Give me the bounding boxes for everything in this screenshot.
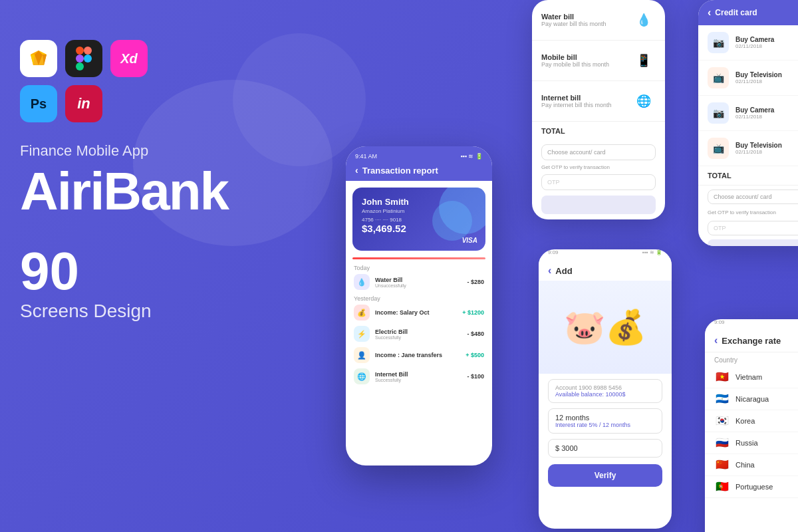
credit-name-2: Buy Camera bbox=[735, 106, 798, 114]
card-widget: John Smith Amazon Platinium 4756 ···· ··… bbox=[352, 188, 485, 251]
account-field-label: Account 1900 8988 5456 bbox=[555, 384, 655, 391]
tx-icon-0: 💧 bbox=[354, 274, 370, 290]
bill-item-water: Water bill Pay water bill this month 💧 bbox=[532, 0, 665, 41]
phone1-nav: ‹ Transaction report bbox=[355, 165, 483, 176]
add-illustration: 🐷💰 bbox=[539, 281, 672, 374]
back-chevron: ‹ bbox=[355, 165, 358, 176]
credit-icon-2: 📷 bbox=[708, 102, 729, 124]
tx-icon-1: 💰 bbox=[354, 305, 370, 321]
svg-rect-7 bbox=[84, 47, 92, 55]
left-panel: Xd Ps in Finance Mobile App AiriBank 90 … bbox=[20, 40, 339, 322]
tx-amount-4: - $100 bbox=[467, 373, 484, 380]
country-vietnam[interactable]: 🇻🇳 Vietnam bbox=[705, 366, 798, 388]
yesterday-label: Yesterday bbox=[354, 295, 484, 302]
china-name: China bbox=[735, 461, 755, 469]
verify-button[interactable]: Verify bbox=[548, 464, 662, 487]
phone1-time: 9:41 AM bbox=[355, 153, 377, 160]
country-china[interactable]: 🇨🇳 China bbox=[705, 454, 798, 476]
tx-name-4: Internet Bill bbox=[375, 371, 462, 378]
country-section-label: Country bbox=[705, 352, 798, 366]
exchange-status-bar: 9:09 ▪▪▪ ≋ 🔋 bbox=[705, 319, 798, 328]
credit-item-0: 📷 Buy Camera 02/11/2018 bbox=[698, 25, 798, 61]
bill-item-mobile: Mobile bill Pay mobile bill this month 📱 bbox=[532, 41, 665, 81]
tx-icon-3: 👤 bbox=[354, 347, 370, 363]
add-status-bar: 9:09 ▪▪▪ ≋ 🔋 bbox=[539, 249, 672, 258]
svg-point-9 bbox=[84, 55, 92, 63]
transaction-phone: 9:41 AM ▪▪▪ ≋ 🔋 ‹ Transaction report Joh… bbox=[346, 146, 492, 466]
country-portuguese[interactable]: 🇵🇹 Portuguese bbox=[705, 476, 798, 498]
transaction-item-2: ⚡ Electric Bill Successfully - $480 bbox=[354, 326, 484, 342]
credit-date-1: 02/11/2018 bbox=[735, 78, 798, 84]
transaction-item-0: 💧 Water Bill Unsuccessfully - $280 bbox=[354, 274, 484, 290]
exchange-header: ‹ Exchange rate bbox=[705, 328, 798, 352]
credit-card-phone: ‹ Credit card 📷 Buy Camera 02/11/2018 📺 … bbox=[698, 0, 798, 246]
credit-back-icon: ‹ bbox=[708, 7, 711, 19]
card-brand: VISA bbox=[462, 237, 477, 244]
tx-amount-1: + $1200 bbox=[462, 309, 484, 316]
credit-item-1: 📺 Buy Television 02/11/2018 bbox=[698, 61, 798, 96]
svg-rect-8 bbox=[76, 55, 84, 63]
card-type: Amazon Platinium bbox=[362, 208, 476, 214]
tx-info-0: Water Bill Unsuccessfully bbox=[375, 277, 462, 288]
credit-account-select[interactable]: Choose account/ card bbox=[708, 190, 798, 204]
credit-date-2: 02/11/2018 bbox=[735, 114, 798, 120]
vietnam-name: Vietnam bbox=[735, 373, 762, 381]
bill-info-mobile: Mobile bill Pay mobile bill this month bbox=[541, 53, 625, 68]
otp-input[interactable]: OTP bbox=[541, 174, 656, 190]
app-title: AiriBank bbox=[20, 165, 339, 218]
portuguese-name: Portuguese bbox=[735, 483, 773, 491]
add-title: Add bbox=[555, 266, 572, 276]
bill-info-water: Water bill Pay water bill this month bbox=[541, 13, 625, 27]
sketch-icon bbox=[20, 40, 57, 77]
russia-flag: 🇷🇺 bbox=[714, 438, 730, 448]
svg-rect-6 bbox=[76, 47, 84, 55]
china-flag: 🇨🇳 bbox=[714, 460, 730, 470]
add-savings-phone: 9:09 ▪▪▪ ≋ 🔋 ‹ Add 🐷💰 Account 1900 8988 … bbox=[539, 249, 672, 529]
exchange-title: Exchange rate bbox=[722, 336, 781, 346]
duration-value: 12 months bbox=[555, 414, 655, 422]
bill-desc-mobile: Pay mobile bill this month bbox=[541, 61, 625, 68]
phone1-status-bar: 9:41 AM ▪▪▪ ≋ 🔋 bbox=[355, 153, 483, 160]
nicaragua-flag: 🇳🇮 bbox=[714, 394, 730, 404]
transaction-item-3: 👤 Income : Jane transfers + $500 bbox=[354, 347, 484, 363]
tx-status-0: Unsuccessfully bbox=[375, 283, 462, 288]
amount-field: $ 3000 bbox=[548, 439, 662, 458]
mobile-bill-icon: 📱 bbox=[632, 49, 656, 72]
add-header: ‹ Add bbox=[539, 258, 672, 281]
country-korea[interactable]: 🇰🇷 Korea bbox=[705, 410, 798, 432]
tx-amount-0: - $280 bbox=[467, 279, 484, 285]
pay-button[interactable] bbox=[541, 196, 656, 214]
phone1-signal: ▪▪▪ ≋ 🔋 bbox=[460, 153, 483, 160]
credit-title: Credit card bbox=[715, 8, 757, 17]
credit-pay-button[interactable] bbox=[708, 239, 798, 246]
tx-info-1: Income: Salary Oct bbox=[375, 309, 457, 316]
internet-bill-icon: 🌐 bbox=[632, 89, 656, 113]
country-russia[interactable]: 🇷🇺 Russia bbox=[705, 432, 798, 454]
credit-item-2: 📷 Buy Camera 02/11/2018 bbox=[698, 96, 798, 131]
transactions-list: Today 💧 Water Bill Unsuccessfully - $280… bbox=[346, 259, 492, 395]
bill-info-internet: Internet bill Pay internet bill this mon… bbox=[541, 94, 625, 108]
tool-row-1: Xd bbox=[20, 40, 339, 77]
invision-icon: in bbox=[65, 85, 102, 122]
credit-info-3: Buy Television 02/11/2018 bbox=[735, 142, 798, 155]
portuguese-flag: 🇵🇹 bbox=[714, 481, 730, 492]
credit-item-3: 📺 Buy Television 02/11/2018 bbox=[698, 131, 798, 166]
credit-otp-input[interactable]: OTP bbox=[708, 221, 798, 235]
tool-row-2: Ps in bbox=[20, 85, 339, 122]
credit-otp-note: Get OTP to verify transaction bbox=[698, 208, 798, 217]
transaction-item-1: 💰 Income: Salary Oct + $1200 bbox=[354, 305, 484, 321]
vietnam-flag: 🇻🇳 bbox=[714, 372, 730, 382]
figma-icon bbox=[65, 40, 102, 77]
otp-note: Get OTP to verify transaction bbox=[532, 164, 665, 170]
amount-value: $ 3000 bbox=[555, 444, 655, 452]
add-time: 9:09 bbox=[548, 249, 559, 255]
screens-count: 90 bbox=[20, 245, 339, 298]
country-nicaragua[interactable]: 🇳🇮 Nicaragua bbox=[705, 388, 798, 410]
bill-phone: Water bill Pay water bill this month 💧 M… bbox=[532, 0, 665, 219]
tx-info-3: Income : Jane transfers bbox=[375, 352, 460, 358]
photoshop-icon: Ps bbox=[20, 85, 57, 122]
account-field: Account 1900 8988 5456 Available balance… bbox=[548, 379, 662, 403]
duration-field: 12 months Interest rate 5% / 12 months bbox=[548, 408, 662, 434]
exchange-back-icon: ‹ bbox=[714, 334, 718, 346]
account-select[interactable]: Choose account/ card bbox=[541, 144, 656, 160]
